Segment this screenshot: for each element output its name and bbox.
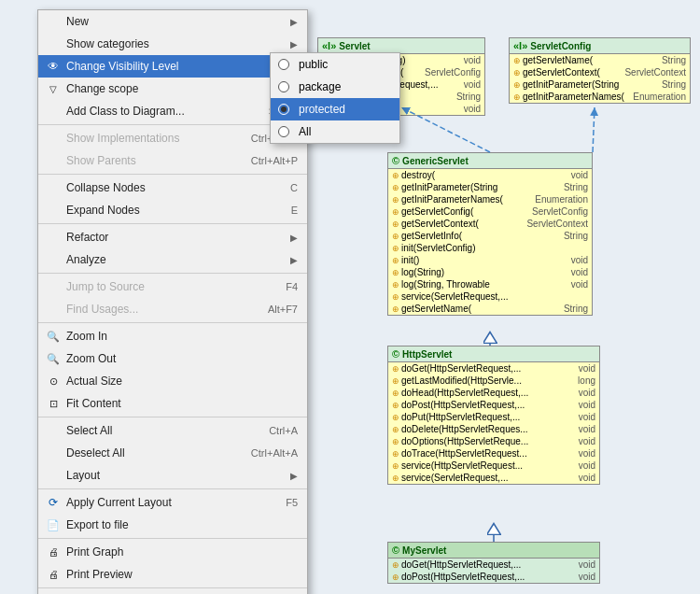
- export-icon: 📄: [46, 519, 61, 531]
- servletconfig-title: «I» ServletConfig: [510, 38, 690, 54]
- menu-item-analyze[interactable]: Analyze ▶: [38, 248, 307, 271]
- separator-9: [38, 587, 307, 588]
- print-graph-icon: 🖨: [46, 546, 61, 558]
- expand-nodes-label: Expand Nodes: [66, 204, 140, 217]
- svg-line-1: [593, 107, 595, 152]
- genericservlet-title: © GenericServlet: [388, 153, 592, 169]
- separator-3: [38, 223, 307, 224]
- myservlet-title: © MyServlet: [388, 543, 599, 559]
- menu-item-layout[interactable]: Layout ▶: [38, 464, 307, 487]
- radio-package: [278, 81, 289, 92]
- change-scope-icon: ▽: [46, 84, 61, 94]
- menu-item-change-visibility[interactable]: 👁 Change Visibility Level ▶: [38, 55, 307, 78]
- apply-layout-shortcut: F5: [286, 497, 298, 508]
- zoom-out-icon: 🔍: [46, 353, 61, 365]
- analyze-arrow: ▶: [290, 255, 298, 265]
- submenu-item-protected[interactable]: protected: [271, 98, 399, 120]
- menu-item-export-to-file[interactable]: 📄 Export to file: [38, 514, 307, 536]
- radio-public: [278, 59, 289, 70]
- zoom-out-label: Zoom Out: [66, 352, 116, 365]
- myservlet-icon: ©: [392, 544, 399, 556]
- apply-layout-label: Apply Current Layout: [66, 496, 172, 509]
- menu-item-show-categories[interactable]: Show categories ▶: [38, 33, 307, 55]
- change-scope-label: Change scope: [66, 82, 138, 95]
- interface-icon: «I»: [322, 40, 336, 51]
- menu-item-show-implementations: Show Implementations Ctrl+Alt+B: [38, 127, 307, 149]
- deselect-all-label: Deselect All: [66, 446, 125, 460]
- menu-item-add-class[interactable]: Add Class to Diagram... Space: [38, 100, 307, 122]
- separator-1: [38, 124, 307, 125]
- print-preview-label: Print Preview: [66, 568, 133, 581]
- zoom-in-label: Zoom In: [66, 330, 107, 343]
- httpservlet-title: © HttpServlet: [388, 346, 599, 362]
- refactor-arrow: ▶: [290, 233, 298, 243]
- submenu-item-public[interactable]: public: [271, 53, 399, 76]
- menu-item-print-preview[interactable]: 🖨 Print Preview: [38, 563, 307, 586]
- analyze-label: Analyze: [66, 253, 106, 266]
- menu-item-deselect-all[interactable]: Deselect All Ctrl+Alt+A: [38, 442, 307, 464]
- select-all-label: Select All: [66, 424, 112, 437]
- menu-item-collapse-nodes[interactable]: Collapse Nodes C: [38, 177, 307, 199]
- menu-item-refactor[interactable]: Refactor ▶: [38, 226, 307, 248]
- show-implementations-label: Show Implementations: [66, 132, 179, 145]
- refactor-label: Refactor: [66, 231, 108, 244]
- context-menu: New ▶ Show categories ▶ 👁 Change Visibil…: [37, 9, 308, 594]
- submenu-item-package[interactable]: package: [271, 76, 399, 98]
- public-label: public: [299, 58, 328, 71]
- separator-6: [38, 417, 307, 417]
- menu-item-apply-layout[interactable]: ⟳ Apply Current Layout F5: [38, 491, 307, 514]
- show-categories-arrow: ▶: [290, 39, 298, 50]
- find-usages-shortcut: Alt+F7: [268, 304, 298, 315]
- show-parents-label: Show Parents: [66, 154, 136, 167]
- fit-content-label: Fit Content: [66, 397, 121, 410]
- print-preview-icon: 🖨: [46, 569, 61, 580]
- separator-8: [38, 538, 307, 539]
- menu-item-jump-to-source: Jump to Source F4: [38, 276, 307, 298]
- menu-item-new[interactable]: New ▶: [38, 10, 307, 33]
- menu-item-zoom-in[interactable]: 🔍 Zoom In: [38, 325, 307, 347]
- jump-to-source-shortcut: F4: [286, 281, 298, 292]
- print-graph-label: Print Graph: [66, 545, 123, 559]
- actual-size-label: Actual Size: [66, 375, 122, 388]
- menu-item-actual-size[interactable]: ⊙ Actual Size: [38, 370, 307, 392]
- sc-row-3: ⊕getInitParameter(StringString: [510, 78, 690, 91]
- sc-row-1: ⊕getServletName(String: [510, 54, 690, 66]
- new-arrow: ▶: [290, 17, 298, 27]
- menu-item-expand-nodes[interactable]: Expand Nodes E: [38, 199, 307, 221]
- radio-all: [278, 126, 289, 137]
- find-usages-label: Find Usages...: [66, 303, 138, 316]
- menu-item-show-parents: Show Parents Ctrl+Alt+P: [38, 149, 307, 172]
- expand-nodes-shortcut: E: [291, 205, 298, 216]
- separator-5: [38, 322, 307, 323]
- deselect-all-shortcut: Ctrl+Alt+A: [251, 447, 298, 459]
- all-label: All: [299, 125, 311, 138]
- apply-layout-icon: ⟳: [46, 496, 61, 509]
- show-categories-label: Show categories: [66, 37, 149, 50]
- visibility-submenu: public package protected All: [270, 52, 400, 144]
- menu-item-change-scope[interactable]: ▽ Change scope ▶: [38, 78, 307, 100]
- new-label: New: [66, 15, 89, 28]
- jump-to-source-label: Jump to Source: [66, 280, 145, 293]
- actual-size-icon: ⊙: [46, 375, 61, 388]
- servletconfig-class-box: «I» ServletConfig ⊕getServletName(String…: [509, 37, 691, 104]
- change-visibility-label: Change Visibility Level: [66, 60, 179, 73]
- menu-item-fit-content[interactable]: ⊡ Fit Content: [38, 392, 307, 415]
- servletconfig-icon: «I»: [513, 40, 527, 51]
- show-parents-shortcut: Ctrl+Alt+P: [251, 155, 298, 166]
- separator-7: [38, 488, 307, 489]
- menu-item-select-all[interactable]: Select All Ctrl+A: [38, 419, 307, 442]
- sc-row-2: ⊕getServletContext(ServletContext: [510, 66, 690, 78]
- radio-protected: [278, 104, 289, 115]
- menu-item-zoom-out[interactable]: 🔍 Zoom Out: [38, 347, 307, 370]
- sc-row-4: ⊕getInitParameterNames(Enumeration: [510, 91, 690, 103]
- menu-item-print-graph[interactable]: 🖨 Print Graph: [38, 541, 307, 563]
- genericservlet-icon: ©: [392, 155, 399, 166]
- protected-label: protected: [299, 103, 345, 116]
- layout-label: Layout: [66, 469, 100, 482]
- httpservlet-class-box: © HttpServlet ⊕doGet(HttpServletRequest,…: [387, 346, 600, 485]
- submenu-item-all[interactable]: All: [271, 120, 399, 143]
- select-all-shortcut: Ctrl+A: [269, 425, 298, 436]
- menu-item-find-usages: Find Usages... Alt+F7: [38, 298, 307, 320]
- collapse-nodes-shortcut: C: [290, 182, 298, 193]
- menu-item-show-edge-labels[interactable]: ✓ Show Edge Labels: [38, 590, 307, 594]
